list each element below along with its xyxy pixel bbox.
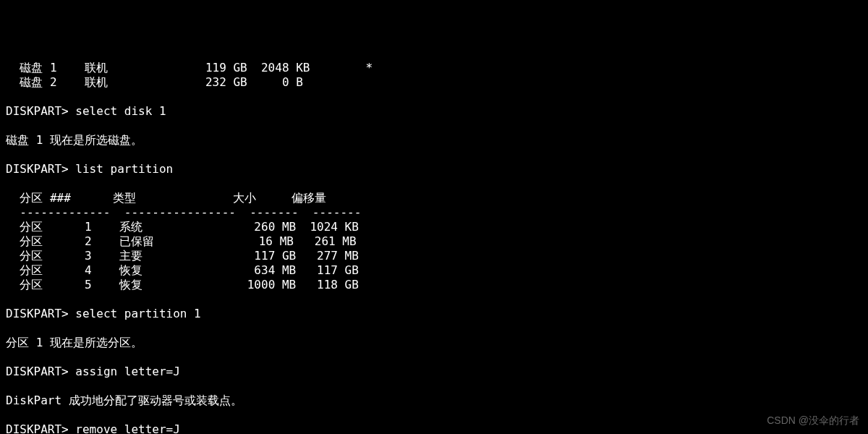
partition-type: 系统 (119, 220, 142, 234)
disk-size: 119 GB (205, 61, 247, 75)
disk-gpt: * (365, 61, 373, 75)
message-disk-selected: 磁盘 1 现在是所选磁盘。 (6, 133, 142, 147)
partition-type: 恢复 (119, 278, 142, 292)
command-assign: assign letter=J (75, 365, 180, 378)
partition-offset: 261 MB (307, 234, 356, 248)
partition-size: 1000 MB (247, 278, 296, 292)
divider: ---------------- (124, 205, 236, 219)
divider: ------- (312, 205, 361, 219)
partition-offset: 1024 KB (310, 220, 358, 234)
prompt: DISKPART> (6, 162, 69, 176)
partition-header-col: 偏移量 (292, 191, 326, 205)
partition-header-col: 大小 (233, 191, 256, 205)
message-partition-selected: 分区 1 现在是所选分区。 (6, 336, 142, 349)
partition-header-col: 分区 ### (20, 191, 71, 205)
command-select-partition: select partition 1 (75, 307, 200, 320)
divider: ------- (250, 205, 298, 219)
partition-row: 分区 3 (20, 249, 91, 263)
command-list-partition: list partition (75, 162, 173, 176)
partition-row: 分区 5 (20, 278, 91, 292)
disk-status: 联机 (85, 61, 108, 75)
partition-offset: 277 MB (310, 249, 358, 263)
partition-size: 634 MB (247, 263, 296, 277)
partition-size: 260 MB (247, 220, 296, 234)
partition-header-col: 类型 (113, 191, 136, 205)
terminal-output[interactable]: 磁盘 1 联机 119 GB 2048 KB * 磁盘 2 联机 232 GB … (6, 61, 862, 434)
partition-offset: 117 GB (310, 263, 358, 277)
partition-offset: 118 GB (310, 278, 358, 292)
prompt: DISKPART> (6, 365, 69, 378)
disk-row: 磁盘 1 (20, 61, 56, 75)
partition-row: 分区 1 (20, 220, 91, 234)
partition-row: 分区 2 (20, 234, 91, 248)
disk-status: 联机 (85, 75, 108, 89)
partition-type: 已保留 (119, 234, 154, 248)
divider: ------------- (20, 205, 110, 219)
partition-type: 恢复 (119, 263, 142, 277)
message-assign-success: DiskPart 成功地分配了驱动器号或装载点。 (6, 393, 242, 407)
watermark: CSDN @没伞的行者 (767, 414, 859, 427)
disk-size: 232 GB (205, 75, 247, 89)
partition-type: 主要 (119, 249, 142, 263)
prompt: DISKPART> (6, 104, 69, 118)
partition-size: 117 GB (247, 249, 296, 263)
command-select-disk: select disk 1 (75, 104, 166, 118)
partition-size: 16 MB (244, 234, 293, 248)
prompt: DISKPART> (6, 422, 69, 434)
prompt: DISKPART> (6, 307, 69, 320)
partition-row: 分区 4 (20, 263, 91, 277)
disk-free: 2048 KB (261, 61, 310, 75)
command-remove: remove letter=J (75, 422, 180, 434)
disk-row: 磁盘 2 (20, 75, 56, 89)
disk-free: 0 B (261, 75, 303, 89)
